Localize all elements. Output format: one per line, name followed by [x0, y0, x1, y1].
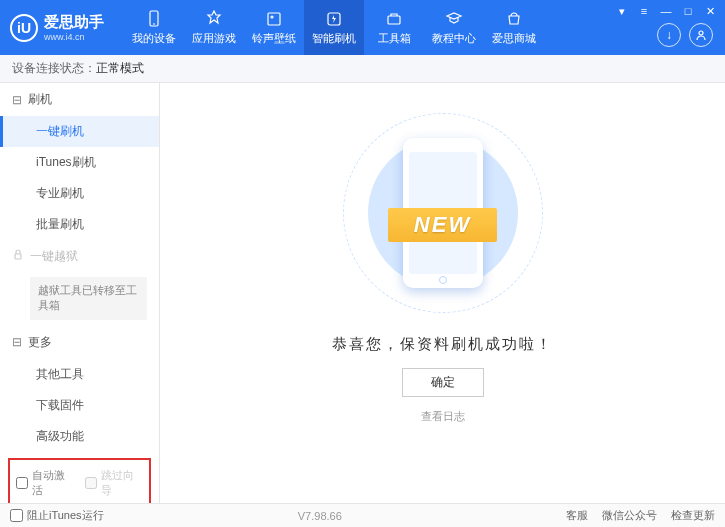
nav-store[interactable]: 爱思商城	[484, 0, 544, 55]
options-box: 自动激活 跳过向导	[8, 458, 151, 508]
version-label: V7.98.66	[298, 510, 342, 522]
svg-point-3	[271, 16, 273, 18]
checkbox-label: 自动激活	[32, 468, 75, 498]
jailbreak-moved-msg: 越狱工具已转移至工具箱	[30, 277, 147, 320]
footer-link-support[interactable]: 客服	[566, 508, 588, 523]
auto-activate-checkbox[interactable]: 自动激活	[16, 468, 75, 498]
apps-icon	[205, 10, 223, 28]
sidebar-item-download-firmware[interactable]: 下载固件	[0, 390, 159, 421]
skin-icon[interactable]: ▾	[615, 4, 629, 18]
sidebar-item-oneclick-flash[interactable]: 一键刷机	[0, 116, 159, 147]
content-area: NEW 恭喜您，保资料刷机成功啦！ 确定 查看日志	[160, 83, 725, 503]
footer-link-wechat[interactable]: 微信公众号	[602, 508, 657, 523]
success-illustration: NEW	[343, 113, 543, 313]
download-button[interactable]: ↓	[657, 23, 681, 47]
sidebar-item-itunes-flash[interactable]: iTunes刷机	[0, 147, 159, 178]
nav-apps-games[interactable]: 应用游戏	[184, 0, 244, 55]
svg-point-6	[699, 31, 703, 35]
sidebar-header-label: 刷机	[28, 91, 52, 108]
sidebar-item-advanced[interactable]: 高级功能	[0, 421, 159, 452]
view-log-link[interactable]: 查看日志	[421, 409, 465, 424]
sidebar-header-more[interactable]: ⊟ 更多	[0, 326, 159, 359]
checkbox-label: 跳过向导	[101, 468, 144, 498]
sidebar-item-pro-flash[interactable]: 专业刷机	[0, 178, 159, 209]
close-icon[interactable]: ✕	[703, 4, 717, 18]
logo-icon: iU	[10, 14, 38, 42]
sidebar-header-flash[interactable]: ⊟ 刷机	[0, 83, 159, 116]
tutorial-icon	[445, 10, 463, 28]
svg-rect-5	[388, 16, 400, 24]
skip-guide-checkbox[interactable]: 跳过向导	[85, 468, 144, 498]
checkbox-input[interactable]	[16, 477, 28, 489]
footer: 阻止iTunes运行 V7.98.66 客服 微信公众号 检查更新	[0, 503, 725, 527]
wallpaper-icon	[265, 10, 283, 28]
status-value: 正常模式	[96, 60, 144, 77]
svg-rect-2	[268, 13, 280, 25]
sidebar: ⊟ 刷机 一键刷机 iTunes刷机 专业刷机 批量刷机 一键越狱 越狱工具已转…	[0, 83, 160, 503]
brand-title: 爱思助手	[44, 13, 104, 32]
checkbox-input	[85, 477, 97, 489]
checkbox-label: 阻止iTunes运行	[27, 508, 104, 523]
nav-label: 工具箱	[378, 31, 411, 46]
nav-my-device[interactable]: 我的设备	[124, 0, 184, 55]
new-ribbon: NEW	[388, 208, 497, 242]
confirm-button[interactable]: 确定	[402, 368, 484, 397]
store-icon	[505, 10, 523, 28]
menu-icon[interactable]: ≡	[637, 4, 651, 18]
success-message: 恭喜您，保资料刷机成功啦！	[332, 335, 553, 354]
expand-icon: ⊟	[12, 93, 22, 107]
window-controls: ▾ ≡ — □ ✕	[615, 4, 717, 18]
toolbox-icon	[385, 10, 403, 28]
sidebar-item-batch-flash[interactable]: 批量刷机	[0, 209, 159, 240]
app-header: iU 爱思助手 www.i4.cn 我的设备 应用游戏 铃声壁纸 智能刷机 工具…	[0, 0, 725, 55]
brand-url: www.i4.cn	[44, 32, 104, 42]
nav-tutorial[interactable]: 教程中心	[424, 0, 484, 55]
maximize-icon[interactable]: □	[681, 4, 695, 18]
account-button[interactable]	[689, 23, 713, 47]
nav-label: 铃声壁纸	[252, 31, 296, 46]
device-icon	[145, 10, 163, 28]
status-label: 设备连接状态：	[12, 60, 96, 77]
nav-label: 应用游戏	[192, 31, 236, 46]
status-bar: 设备连接状态： 正常模式	[0, 55, 725, 83]
block-itunes-checkbox[interactable]: 阻止iTunes运行	[10, 508, 104, 523]
sidebar-item-other-tools[interactable]: 其他工具	[0, 359, 159, 390]
nav-label: 爱思商城	[492, 31, 536, 46]
nav-label: 智能刷机	[312, 31, 356, 46]
footer-link-update[interactable]: 检查更新	[671, 508, 715, 523]
checkbox-input[interactable]	[10, 509, 23, 522]
top-nav: 我的设备 应用游戏 铃声壁纸 智能刷机 工具箱 教程中心 爱思商城	[124, 0, 544, 55]
nav-ring-wallpaper[interactable]: 铃声壁纸	[244, 0, 304, 55]
expand-icon: ⊟	[12, 335, 22, 349]
sidebar-header-label: 一键越狱	[30, 248, 78, 265]
lock-icon	[12, 249, 24, 264]
svg-rect-7	[15, 254, 21, 259]
nav-label: 我的设备	[132, 31, 176, 46]
flash-icon	[325, 10, 343, 28]
sidebar-header-label: 更多	[28, 334, 52, 351]
logo: iU 爱思助手 www.i4.cn	[10, 13, 104, 42]
nav-smart-flash[interactable]: 智能刷机	[304, 0, 364, 55]
minimize-icon[interactable]: —	[659, 4, 673, 18]
sidebar-header-jailbreak: 一键越狱	[0, 240, 159, 273]
nav-label: 教程中心	[432, 31, 476, 46]
nav-toolbox[interactable]: 工具箱	[364, 0, 424, 55]
